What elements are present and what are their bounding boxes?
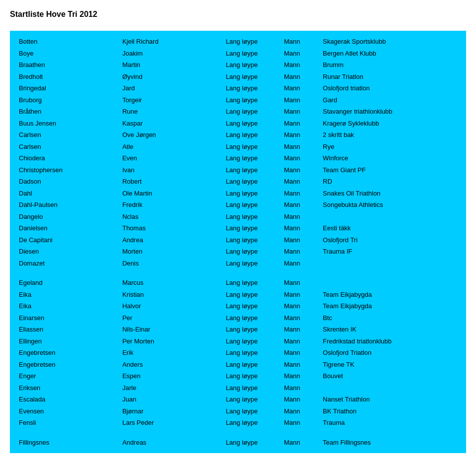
table-row: FillingsnesAndreasLang løypeMannTeam Fil… xyxy=(15,437,461,449)
table-cell xyxy=(319,211,461,223)
table-cell: Jarle xyxy=(119,382,222,394)
table-row: EllingenPer MortenLang løypeMannFredriks… xyxy=(15,335,461,347)
table-cell xyxy=(319,277,461,289)
group2-body: EgelandMarcusLang løypeMannEikaKristianL… xyxy=(15,277,461,429)
table-cell: Mann xyxy=(280,300,319,312)
table-cell: Mann xyxy=(280,246,319,258)
table-cell: Eika xyxy=(15,300,119,312)
table-cell: Espen xyxy=(119,370,222,382)
table-row: BringedalJardLang løypeMannOslofjord tri… xyxy=(15,82,461,94)
table-cell: Mann xyxy=(280,71,319,83)
table-cell: Runar Triatlon xyxy=(319,71,461,83)
table-cell: Andreas xyxy=(119,437,222,449)
table-cell: Kaspar xyxy=(119,118,222,130)
table-row: BråthenRuneLang løypeMannStavanger triat… xyxy=(15,106,461,118)
table-cell: Team Fillingsnes xyxy=(319,437,461,449)
table-cell: Skrenten IK xyxy=(319,324,461,335)
table-cell: Bouvet xyxy=(319,370,461,382)
table-cell: Evensen xyxy=(15,405,119,417)
table-cell: Mann xyxy=(280,277,319,289)
table-cell: RD xyxy=(319,176,461,188)
athletes-table: BottenKjell RichardLang løypeMannSkagera… xyxy=(15,36,461,448)
table-cell: Stavanger triathlonklubb xyxy=(319,106,461,118)
table-cell: Tigrene TK xyxy=(319,359,461,371)
table-row: EgelandMarcusLang løypeMann xyxy=(15,277,461,289)
table-cell: Mann xyxy=(280,234,319,246)
table-cell: Kristian xyxy=(119,289,222,301)
table-cell: Bruborg xyxy=(15,94,119,106)
table-cell: Eliassen xyxy=(15,324,119,335)
table-cell: Mann xyxy=(280,199,319,211)
table-row: DanielsenThomasLang løypeMannEesti täkk xyxy=(15,222,461,234)
table-cell: Lang løype xyxy=(222,188,280,200)
table-cell: Joakim xyxy=(119,48,222,60)
table-row: DangeloNclasLang løypeMann xyxy=(15,211,461,223)
table-row: EvensenBjørnarLang løypeMannBK Triathon xyxy=(15,405,461,417)
table-cell: Danielsen xyxy=(15,222,119,234)
table-cell: Bjørnar xyxy=(119,405,222,417)
table-cell: Buus Jensen xyxy=(15,118,119,130)
table-cell: Lang løype xyxy=(222,152,280,164)
table-cell: Btc xyxy=(319,312,461,324)
table-cell: Boye xyxy=(15,48,119,60)
table-cell: Mann xyxy=(280,106,319,118)
section-gap-2 xyxy=(15,429,461,437)
table-cell: Lang løype xyxy=(222,106,280,118)
table-cell: Oslofjord Triatlon xyxy=(319,347,461,359)
table-cell: Eesti täkk xyxy=(319,222,461,234)
table-cell: Kjell Richard xyxy=(119,36,222,48)
table-cell: Mann xyxy=(280,176,319,188)
table-cell: Mann xyxy=(280,118,319,130)
page-title: Startliste Hove Tri 2012 xyxy=(10,10,466,19)
table-cell: Lang løype xyxy=(222,234,280,246)
table-row: BottenKjell RichardLang løypeMannSkagera… xyxy=(15,36,461,48)
table-cell: Mann xyxy=(280,289,319,301)
table-cell: Lang løype xyxy=(222,141,280,153)
table-row: ChioderaEvenLang løypeMannWinforce xyxy=(15,152,461,164)
table-cell: Atle xyxy=(119,141,222,153)
table-cell: Ivan xyxy=(119,164,222,176)
table-cell: Mann xyxy=(280,324,319,335)
table-cell: Anders xyxy=(119,359,222,371)
table-row: DomazetDenisLang løypeMann xyxy=(15,258,461,269)
table-cell: Mann xyxy=(280,359,319,371)
table-cell: Gard xyxy=(319,94,461,106)
table-cell: Oslofjord triatlon xyxy=(319,82,461,94)
table-cell: Rune xyxy=(119,106,222,118)
table-cell: Fredrik xyxy=(119,199,222,211)
table-cell: Mann xyxy=(280,370,319,382)
table-cell: Jard xyxy=(119,82,222,94)
table-cell: Enger xyxy=(15,370,119,382)
table-cell: Mann xyxy=(280,82,319,94)
table-cell: Nanset Triathlon xyxy=(319,394,461,405)
table-row: FensliLars PederLang løypeMannTrauma xyxy=(15,417,461,429)
table-cell: Andrea xyxy=(119,234,222,246)
table-cell: Lang løype xyxy=(222,258,280,269)
table-cell: Nclas xyxy=(119,211,222,223)
table-cell: Oslofjord Tri xyxy=(319,234,461,246)
table-cell: Dadson xyxy=(15,176,119,188)
table-row: CarlsenAtleLang løypeMannRye xyxy=(15,141,461,153)
table-cell: Per xyxy=(119,312,222,324)
group1-body: BottenKjell RichardLang løypeMannSkagera… xyxy=(15,36,461,269)
table-cell: Lang løype xyxy=(222,277,280,289)
table-cell: Bredholt xyxy=(15,71,119,83)
table-cell: Nils-Einar xyxy=(119,324,222,335)
table-cell: Mann xyxy=(280,36,319,48)
table-cell: Torgeir xyxy=(119,94,222,106)
table-row: EngebretsenAndersLang løypeMannTigrene T… xyxy=(15,359,461,371)
table-cell: Botten xyxy=(15,36,119,48)
table-row: DiesenMortenLang løypeMannTrauma IF xyxy=(15,246,461,258)
table-cell: Winforce xyxy=(319,152,461,164)
table-cell: Team Eikjabygda xyxy=(319,289,461,301)
table-cell: Dahl-Paulsen xyxy=(15,199,119,211)
table-cell: Lang løype xyxy=(222,417,280,429)
table-cell: BK Triathon xyxy=(319,405,461,417)
table-cell: Morten xyxy=(119,246,222,258)
table-cell: Engebretsen xyxy=(15,359,119,371)
table-row: EriksenJarleLang løypeMann xyxy=(15,382,461,394)
table-cell: Per Morten xyxy=(119,335,222,347)
table-cell: Lang løype xyxy=(222,335,280,347)
table-cell: Marcus xyxy=(119,277,222,289)
table-cell: Snakes Oil Triathlon xyxy=(319,188,461,200)
